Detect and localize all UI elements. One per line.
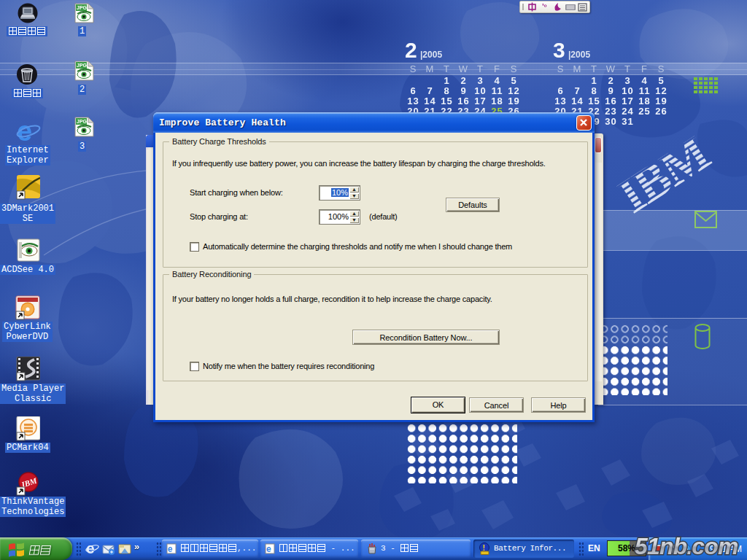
svg-text:JPG: JPG bbox=[77, 119, 88, 124]
svg-text:JPG: JPG bbox=[77, 5, 88, 10]
svg-text:e: e bbox=[266, 544, 271, 554]
svg-text:!: ! bbox=[483, 544, 485, 552]
svg-text:JPG: JPG bbox=[77, 63, 88, 68]
svg-text:51nb.com: 51nb.com bbox=[635, 533, 738, 559]
svg-text:e: e bbox=[86, 541, 95, 556]
svg-text:’º: ’º bbox=[542, 3, 547, 11]
svg-text:e: e bbox=[168, 544, 173, 554]
